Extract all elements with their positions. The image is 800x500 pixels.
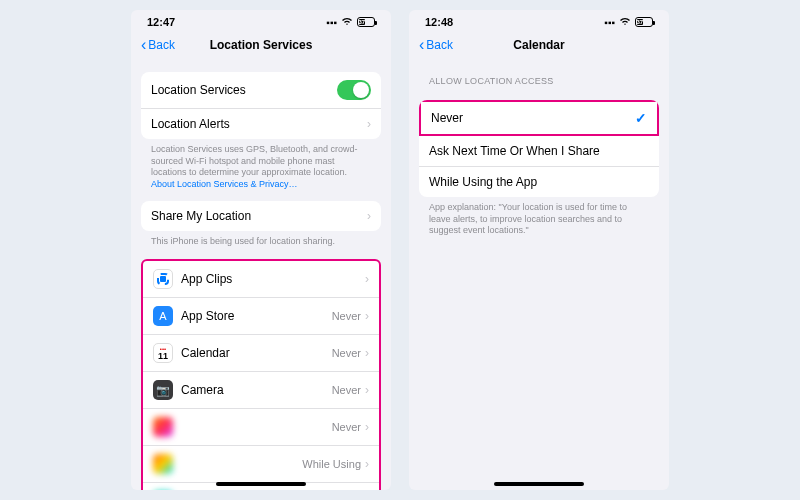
row-location-alerts[interactable]: Location Alerts › — [141, 109, 381, 139]
option-while-using[interactable]: While Using the App — [419, 167, 659, 197]
nav-bar: ‹ Back Location Services — [131, 30, 391, 62]
nav-bar: ‹ Back Calendar — [409, 30, 669, 62]
chevron-right-icon: › — [365, 346, 369, 360]
status-bar: 12:47 ▪▪▪ 37 — [131, 10, 391, 30]
wifi-icon — [619, 17, 631, 28]
toggle-location-services[interactable] — [337, 80, 371, 100]
row-location-services[interactable]: Location Services — [141, 72, 381, 109]
option-ask-next-time[interactable]: Ask Next Time Or When I Share — [419, 136, 659, 167]
home-indicator[interactable] — [216, 482, 306, 486]
status-right: ▪▪▪ 37 — [326, 17, 375, 28]
row-redacted-app[interactable]: While Using › — [143, 446, 379, 483]
camera-icon: 📷 — [153, 380, 173, 400]
signal-icon: ▪▪▪ — [604, 17, 615, 28]
row-camera[interactable]: 📷 Camera Never › — [143, 372, 379, 409]
app-clips-icon — [153, 269, 173, 289]
battery-icon: 37 — [635, 17, 653, 27]
status-right: ▪▪▪ 37 — [604, 17, 653, 28]
wifi-icon — [341, 17, 353, 28]
chevron-left-icon: ‹ — [141, 36, 146, 54]
home-indicator[interactable] — [494, 482, 584, 486]
row-calendar[interactable]: •••11 Calendar Never › — [143, 335, 379, 372]
row-redacted-app[interactable]: Never › — [143, 409, 379, 446]
check-icon: ✓ — [635, 110, 647, 126]
phone-location-services: 12:47 ▪▪▪ 37 ‹ Back Location Services Lo… — [131, 10, 391, 490]
content: Allow Location Access Never ✓ Ask Next T… — [409, 62, 669, 490]
row-app-store[interactable]: A App Store Never › — [143, 298, 379, 335]
back-button[interactable]: ‹ Back — [419, 36, 453, 54]
status-bar: 12:48 ▪▪▪ 37 — [409, 10, 669, 30]
calendar-icon: •••11 — [153, 343, 173, 363]
row-share-location[interactable]: Share My Location › — [141, 201, 381, 231]
group-share: Share My Location › — [141, 201, 381, 231]
signal-icon: ▪▪▪ — [326, 17, 337, 28]
app-icon — [153, 454, 173, 474]
app-store-icon: A — [153, 306, 173, 326]
back-label: Back — [148, 38, 175, 52]
app-explanation: App explanation: "Your location is used … — [419, 197, 659, 237]
section-header: Allow Location Access — [419, 62, 659, 90]
group-access-options: Never ✓ Ask Next Time Or When I Share Wh… — [419, 100, 659, 197]
explain-text: Location Services uses GPS, Bluetooth, a… — [141, 139, 381, 191]
phone-calendar-location: 12:48 ▪▪▪ 37 ‹ Back Calendar Allow Locat… — [409, 10, 669, 490]
chevron-left-icon: ‹ — [419, 36, 424, 54]
privacy-link[interactable]: About Location Services & Privacy… — [151, 179, 298, 189]
content: Location Services Location Alerts › Loca… — [131, 62, 391, 490]
status-time: 12:47 — [147, 16, 175, 28]
chevron-right-icon: › — [367, 209, 371, 223]
row-app-clips[interactable]: App Clips › — [143, 261, 379, 298]
chevron-right-icon: › — [365, 420, 369, 434]
chevron-right-icon: › — [365, 457, 369, 471]
battery-icon: 37 — [357, 17, 375, 27]
status-time: 12:48 — [425, 16, 453, 28]
back-label: Back — [426, 38, 453, 52]
chevron-right-icon: › — [367, 117, 371, 131]
back-button[interactable]: ‹ Back — [141, 36, 175, 54]
group-apps-list: App Clips › A App Store Never › •••11 Ca… — [141, 259, 381, 490]
chevron-right-icon: › — [365, 383, 369, 397]
share-explain: This iPhone is being used for location s… — [141, 231, 381, 248]
chevron-right-icon: › — [365, 309, 369, 323]
chevron-right-icon: › — [365, 272, 369, 286]
group-main-toggles: Location Services Location Alerts › — [141, 72, 381, 139]
option-never[interactable]: Never ✓ — [419, 100, 659, 136]
app-icon — [153, 417, 173, 437]
